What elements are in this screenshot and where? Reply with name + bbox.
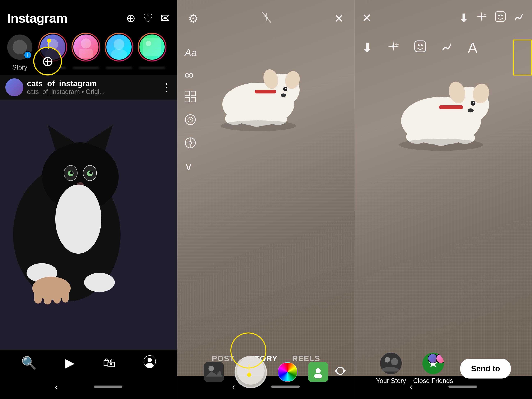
svg-point-23 bbox=[84, 273, 115, 292]
download-icon[interactable]: ⬇ bbox=[459, 11, 469, 25]
post-more-button[interactable]: ⋮ bbox=[161, 81, 172, 94]
shutter-inner-ring bbox=[237, 357, 265, 385]
gallery-thumbnail[interactable] bbox=[204, 362, 224, 382]
add-story-circle-button[interactable]: ⊕ bbox=[33, 47, 62, 76]
level-tool-icon[interactable] bbox=[184, 137, 197, 151]
svg-rect-27 bbox=[53, 287, 61, 304]
cat-illustration bbox=[0, 100, 177, 349]
share-header: ✕ ⬇ bbox=[355, 0, 532, 29]
close-friends-option[interactable]: Close Friends bbox=[413, 353, 453, 385]
color-picker-button[interactable] bbox=[278, 362, 298, 382]
svg-rect-79 bbox=[439, 105, 463, 109]
edit-text-icon[interactable]: A bbox=[468, 39, 477, 56]
svg-rect-3 bbox=[79, 49, 93, 58]
svg-rect-53 bbox=[255, 90, 276, 94]
story-avatar-wrap-4 bbox=[138, 33, 166, 62]
svg-point-77 bbox=[473, 102, 475, 103]
edit-draw-icon[interactable] bbox=[441, 40, 453, 56]
shop-nav-icon[interactable]: 🛍 bbox=[103, 356, 115, 370]
svg-rect-66 bbox=[495, 12, 505, 22]
story-item-2[interactable]: ———— bbox=[71, 33, 100, 71]
home-indicator-3 bbox=[449, 386, 477, 388]
close-camera-icon[interactable]: ✕ bbox=[334, 12, 344, 25]
featured-account-name: cats_of_instagram bbox=[27, 79, 158, 88]
story-avatar-3 bbox=[106, 34, 132, 60]
edit-sparkle-icon[interactable] bbox=[387, 40, 399, 56]
camera-left-tools: Aa ∞ bbox=[184, 47, 197, 173]
more-tools-icon[interactable]: ∨ bbox=[184, 160, 197, 173]
svg-rect-35 bbox=[185, 97, 190, 102]
share-bg bbox=[355, 0, 532, 399]
story-item-4[interactable]: ———— bbox=[138, 33, 166, 71]
edit-face-icon[interactable] bbox=[414, 40, 426, 56]
header-actions: ⊕ ♡ ✉ bbox=[126, 12, 170, 25]
reels-nav-icon[interactable]: ▶ bbox=[65, 355, 75, 370]
svg-point-41 bbox=[189, 141, 192, 144]
shutter-button[interactable] bbox=[234, 356, 267, 388]
stuffed-animal-illustration-3 bbox=[369, 63, 513, 153]
back-arrow-1[interactable]: ‹ bbox=[55, 381, 58, 392]
my-story-label: Story bbox=[12, 64, 27, 71]
annotation-dot-2 bbox=[247, 373, 251, 377]
messages-icon[interactable]: ✉ bbox=[160, 12, 170, 25]
contacts-button[interactable] bbox=[308, 362, 328, 382]
svg-point-4 bbox=[114, 39, 124, 50]
flip-camera-icon[interactable] bbox=[335, 365, 346, 379]
your-story-label: Your Story bbox=[376, 377, 406, 385]
stuffed-animal-illustration bbox=[195, 54, 321, 135]
close-friends-avatar bbox=[422, 353, 444, 374]
effects-tool-icon[interactable] bbox=[184, 114, 197, 128]
my-story-avatar-wrap: + bbox=[5, 33, 34, 62]
add-post-icon[interactable]: ⊕ bbox=[126, 12, 136, 25]
my-story-item[interactable]: + Story bbox=[5, 33, 34, 71]
close-share-icon[interactable]: ✕ bbox=[362, 11, 372, 25]
story-ring-4 bbox=[138, 33, 166, 62]
story-avatar-wrap-2 bbox=[71, 33, 100, 62]
svg-point-30 bbox=[148, 358, 152, 362]
camera-shutter-area bbox=[177, 356, 355, 388]
story-item-3[interactable]: ———— bbox=[105, 33, 133, 71]
svg-point-62 bbox=[316, 368, 321, 373]
add-story-plus-icon: ⊕ bbox=[42, 53, 54, 70]
svg-point-83 bbox=[399, 139, 483, 151]
activity-icon[interactable]: ♡ bbox=[143, 12, 153, 25]
app-header: Instagram ⊕ ♡ ✉ bbox=[0, 0, 177, 29]
your-story-option[interactable]: Your Story bbox=[376, 353, 406, 385]
svg-point-76 bbox=[470, 101, 475, 106]
share-options-bar: Your Story Close Friends Send t bbox=[355, 353, 532, 385]
svg-point-57 bbox=[221, 120, 296, 131]
panel-instagram-feed: ⏰ ▲▲▲ ▲ 🔋 Instagram ⊕ ♡ ✉ + Story bbox=[0, 0, 177, 399]
annotation-line-2 bbox=[249, 365, 249, 373]
story-avatar-4 bbox=[139, 34, 165, 60]
search-nav-icon[interactable]: 🔍 bbox=[21, 355, 37, 370]
face-effects-icon[interactable] bbox=[495, 11, 506, 25]
flash-icon[interactable] bbox=[261, 11, 272, 26]
sparkle-icon[interactable] bbox=[476, 11, 488, 25]
camera-settings-icon[interactable]: ⚙ bbox=[188, 12, 198, 25]
loop-tool-icon[interactable]: ∞ bbox=[184, 67, 197, 82]
panel-story-share: ✕ ⬇ bbox=[355, 0, 532, 399]
story-avatar-wrap-3 bbox=[105, 33, 133, 62]
draw-icon[interactable] bbox=[513, 11, 525, 25]
app-logo: Instagram bbox=[7, 11, 67, 25]
svg-point-59 bbox=[209, 366, 214, 371]
svg-marker-65 bbox=[335, 369, 337, 373]
send-to-button[interactable]: Send to bbox=[460, 359, 511, 379]
edit-download-icon[interactable]: ⬇ bbox=[362, 40, 373, 55]
svg-rect-26 bbox=[44, 286, 51, 304]
svg-point-86 bbox=[391, 358, 398, 365]
layout-tool-icon[interactable] bbox=[184, 91, 197, 105]
featured-post-info: cats_of_instagram cats_of_instagram • Or… bbox=[27, 79, 158, 96]
text-tool-icon[interactable]: Aa bbox=[184, 47, 197, 58]
bottom-navigation: 🔍 ▶ 🛍 bbox=[0, 349, 177, 376]
story-avatar-2 bbox=[73, 34, 99, 60]
profile-nav-icon[interactable] bbox=[143, 355, 156, 371]
camera-header: ⚙ ✕ bbox=[177, 0, 355, 30]
svg-point-7 bbox=[146, 41, 151, 46]
your-story-avatar bbox=[380, 353, 402, 374]
system-nav-bar-1: ‹ bbox=[0, 376, 177, 399]
svg-rect-6 bbox=[143, 38, 161, 56]
svg-point-5 bbox=[111, 49, 127, 60]
svg-point-71 bbox=[421, 44, 423, 46]
panel-camera-story: ⚙ ✕ Aa ∞ bbox=[177, 0, 355, 399]
